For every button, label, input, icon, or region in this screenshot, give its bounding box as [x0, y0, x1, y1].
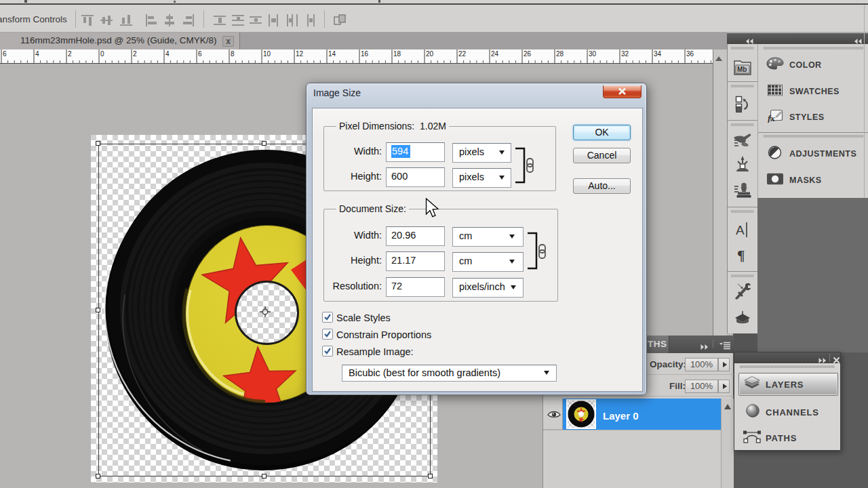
svg-text:fx: fx	[768, 113, 775, 123]
svg-text:Mb: Mb	[737, 66, 747, 73]
svg-text:¶: ¶	[737, 247, 745, 264]
svg-text:A: A	[736, 223, 745, 237]
